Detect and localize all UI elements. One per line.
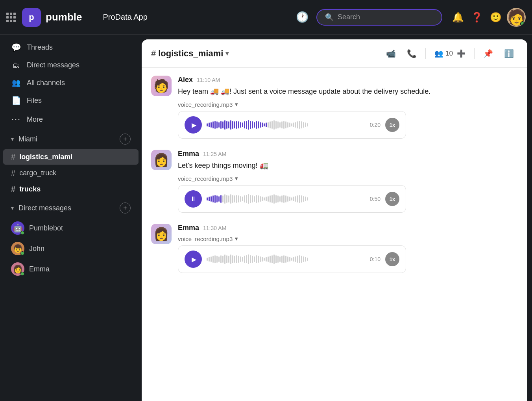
- sidebar-item-all-channels[interactable]: 👥 All channels: [3, 74, 139, 91]
- channel-header: # logistics_miami ▾ 📹 📞 👥 10 ➕ 📌 ℹ️: [142, 39, 527, 68]
- pause-icon-2: ⏸: [190, 195, 196, 202]
- user-avatar[interactable]: 🧑: [507, 8, 526, 27]
- duration-1: 0:20: [366, 122, 381, 128]
- emma-avatar-msg3: 👩: [151, 224, 172, 244]
- members-count: 10: [445, 50, 453, 58]
- sidebar-item-files-label: Files: [27, 97, 42, 105]
- channel-dropdown-icon[interactable]: ▾: [225, 50, 229, 57]
- add-channel-button[interactable]: +: [120, 134, 131, 145]
- message-1-content: Alex 11:10 AM Hey team 🚚 🚚! Just sent a …: [178, 76, 518, 139]
- channel-item-trucks[interactable]: # trucks: [3, 182, 139, 197]
- channel-title: # logistics_miami ▾: [151, 48, 382, 59]
- search-placeholder: Search: [338, 13, 360, 21]
- nav-icons: 🔔 ❓ 🙂 🧑: [450, 8, 526, 27]
- members-button[interactable]: 👥 10 ➕: [430, 47, 469, 60]
- search-bar[interactable]: 🔍 Search: [316, 9, 442, 26]
- play-icon-3: ▶: [192, 256, 196, 263]
- voice-player-2: ⏸ 0:50 1x: [178, 185, 406, 213]
- dm-name-john: John: [29, 245, 44, 253]
- john-avatar: 👦: [11, 242, 24, 255]
- sidebar-item-files[interactable]: 📄 Files: [3, 92, 139, 109]
- waveform-3[interactable]: [207, 251, 362, 267]
- history-icon[interactable]: 🕐: [293, 8, 312, 26]
- search-icon: 🔍: [325, 13, 334, 22]
- voice-file-label-2[interactable]: voice_recording.mp3 ▾: [178, 175, 518, 182]
- john-status-dot: [20, 251, 24, 255]
- play-icon-1: ▶: [192, 121, 196, 129]
- play-button-1[interactable]: ▶: [185, 116, 202, 134]
- notifications-icon[interactable]: 🔔: [450, 9, 466, 25]
- online-status-dot: [520, 21, 525, 26]
- info-button[interactable]: ℹ️: [500, 46, 518, 61]
- sidebar: 💬 Threads 🗂 Direct messages 👥 All channe…: [0, 35, 142, 401]
- message-1: 🧑 Alex 11:10 AM Hey team 🚚 🚚! Just sent …: [151, 76, 518, 139]
- header-divider: [425, 48, 426, 59]
- voice-dropdown-icon-2: ▾: [235, 175, 238, 182]
- waveform-1[interactable]: [207, 117, 362, 133]
- pumblebot-status-dot: [20, 231, 24, 235]
- grid-menu-icon[interactable]: [6, 13, 16, 22]
- pumblebot-avatar: 🤖: [11, 221, 24, 235]
- channel-item-cargo-truck[interactable]: # cargo_truck: [3, 165, 139, 181]
- speed-button-2[interactable]: 1x: [385, 192, 399, 206]
- miami-section-header[interactable]: ▾ Miami +: [3, 130, 139, 149]
- voice-file-label-1[interactable]: voice_recording.mp3 ▾: [178, 101, 518, 108]
- add-dm-button[interactable]: +: [120, 202, 131, 213]
- top-navigation: p pumble ProData App 🕐 🔍 Search 🔔 ❓ 🙂 🧑: [0, 0, 532, 35]
- voice-dropdown-icon-1: ▾: [235, 101, 238, 108]
- message-3-header: Emma 11:30 AM: [178, 224, 518, 232]
- emma-avatar: 👩: [11, 262, 24, 276]
- messages-list: 🧑 Alex 11:10 AM Hey team 🚚 🚚! Just sent …: [142, 68, 527, 401]
- chevron-down-icon: ▾: [11, 136, 14, 142]
- voice-player-1: ▶ 0:20 1x: [178, 111, 406, 139]
- alex-avatar: 🧑: [151, 76, 172, 96]
- sidebar-item-threads[interactable]: 💬 Threads: [3, 39, 139, 56]
- message-1-time: 11:10 AM: [197, 77, 220, 83]
- hash-icon: #: [11, 169, 15, 178]
- message-2-author: Emma: [178, 150, 199, 158]
- miami-section-label: Miami: [18, 135, 115, 143]
- message-2-content: Emma 11:25 AM Let's keep things moving! …: [178, 150, 518, 213]
- dm-section-header[interactable]: ▾ Direct messages +: [3, 199, 139, 217]
- sidebar-item-direct-messages[interactable]: 🗂 Direct messages: [3, 57, 139, 74]
- speed-button-1[interactable]: 1x: [385, 118, 399, 132]
- voice-filename-3: voice_recording.mp3: [178, 236, 233, 242]
- voice-file-label-3[interactable]: voice_recording.mp3 ▾: [178, 235, 518, 242]
- message-3-time: 11:30 AM: [203, 225, 226, 231]
- message-1-voice: voice_recording.mp3 ▾ ▶ 0:20 1x: [178, 101, 518, 139]
- duration-2: 0:50: [366, 196, 381, 202]
- chevron-down-icon-dm: ▾: [11, 205, 14, 211]
- sidebar-item-all-channels-label: All channels: [27, 79, 65, 87]
- play-button-3[interactable]: ▶: [185, 251, 202, 268]
- help-icon[interactable]: ❓: [469, 9, 485, 25]
- channel-item-logistics-miami[interactable]: # logistics_miami: [3, 149, 139, 165]
- dm-name-emma: Emma: [29, 265, 50, 273]
- message-3-content: Emma 11:30 AM voice_recording.mp3 ▾ ▶: [178, 224, 518, 273]
- pause-button-2[interactable]: ⏸: [185, 190, 202, 208]
- message-1-header: Alex 11:10 AM: [178, 76, 518, 84]
- sidebar-item-dm-label: Direct messages: [27, 61, 79, 69]
- pin-button[interactable]: 📌: [479, 46, 497, 61]
- audio-call-button[interactable]: 📞: [403, 46, 421, 61]
- emoji-icon[interactable]: 🙂: [488, 9, 504, 25]
- dm-icon: 🗂: [11, 61, 21, 70]
- logo[interactable]: p: [22, 8, 41, 27]
- speed-button-3[interactable]: 1x: [385, 252, 399, 266]
- threads-icon: 💬: [11, 43, 21, 52]
- all-channels-icon: 👥: [11, 78, 21, 87]
- hash-icon: #: [11, 185, 15, 194]
- dm-item-pumblebot[interactable]: 🤖 Pumblebot: [3, 218, 139, 238]
- hash-icon: #: [11, 152, 15, 162]
- app-name: pumble: [46, 11, 82, 23]
- dm-item-john[interactable]: 👦 John: [3, 239, 139, 258]
- video-call-button[interactable]: 📹: [382, 46, 400, 61]
- sidebar-item-more[interactable]: ⋯ More: [3, 110, 139, 129]
- message-3: 👩 Emma 11:30 AM voice_recording.mp3 ▾: [151, 224, 518, 273]
- header-divider2: [474, 48, 475, 59]
- voice-player-3: ▶ 0:10 1x: [178, 245, 406, 273]
- message-2-text: Let's keep things moving! 🚛: [178, 160, 518, 171]
- waveform-2[interactable]: [207, 191, 362, 207]
- more-icon: ⋯: [11, 114, 21, 125]
- dm-item-emma[interactable]: 👩 Emma: [3, 259, 139, 279]
- message-3-voice: voice_recording.mp3 ▾ ▶ 0:10 1x: [178, 235, 518, 273]
